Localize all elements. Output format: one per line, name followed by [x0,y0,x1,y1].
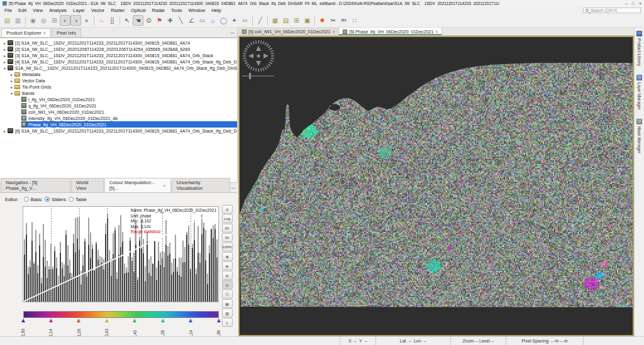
tree-row[interactable]: ▸[2] S1A_IW_SLC__1SDV_20201206T114228_20… [0,46,237,52]
tree-row[interactable]: ▸[4] S1A_IW_SLC__1SDV_20211201T114233_20… [0,58,237,65]
pin-placing-icon[interactable]: ⚑ [154,15,165,26]
magic-wand-icon[interactable]: ✦ [229,15,240,26]
menu-vector[interactable]: Vector [88,8,108,13]
pan-tool-icon[interactable]: ☚ [133,15,143,26]
dock-tab-layer-manager[interactable]: Layer Manager [636,75,642,110]
chevron-right-icon[interactable]: ▸ [2,60,8,64]
search-input[interactable]: Search (Ctrl+I) [583,8,641,13]
product-group-icon[interactable]: ▥ [13,15,23,26]
zoom-in-horizontal-button[interactable]: ⊕ [222,261,233,270]
chevron-right-icon[interactable]: ▸ [9,72,14,77]
open-product-icon[interactable]: ▤ [2,15,13,26]
tree-row[interactable]: VIntensity_ifg_VH_06Dec2020_01Dec2021_db [0,115,237,121]
tab-pixel-info[interactable]: Pixel Info [52,28,81,37]
tree-row[interactable]: ▸Vector Data [0,77,237,84]
radio-icon[interactable] [69,197,74,202]
cluster-analysis-icon[interactable]: ∷ [349,15,360,26]
tree-row[interactable]: VPhase_ifg_VH_06Dec2020_01Dec2021 [0,121,237,128]
ramp-slider-marker[interactable] [189,319,192,322]
maximize-window-button[interactable]: □ [632,1,635,6]
percent100-range-button[interactable]: 100% [222,243,233,251]
orbit-file-icon[interactable]: ◎ [38,15,49,26]
export-palette-button[interactable]: ⇩ [222,318,233,327]
mosaic-grid-icon[interactable]: ⊞ [49,15,60,26]
open-palette-button[interactable]: ▥ [222,309,233,317]
close-tab-icon[interactable]: × [43,31,46,35]
menu-layer[interactable]: Layer [70,8,88,13]
chevron-right-icon[interactable]: ▸ [9,85,14,89]
menu-view[interactable]: View [30,8,46,13]
editor-mode-sliders[interactable]: Sliders [45,197,66,202]
ramp-slider-marker[interactable] [77,319,80,322]
editor-mode-basic[interactable]: Basic [24,197,42,202]
menu-help[interactable]: Help [208,8,224,13]
gcp-manager-icon[interactable]: ◑ [70,15,81,26]
profile-line-icon[interactable]: ╱ [255,15,265,26]
chevron-down-icon[interactable]: ▾ [2,66,8,70]
chevron-right-icon[interactable]: ▸ [2,41,8,45]
import-palette-button[interactable]: ▤ [222,299,233,308]
sun-raster-icon[interactable]: ✸ [317,15,328,26]
menu-raster[interactable]: Raster [108,8,128,13]
scatter-plot-icon[interactable]: ✂ [328,15,338,26]
menu-edit[interactable]: Edit [15,8,30,13]
editor-mode-table[interactable]: Table [69,197,87,202]
gcp-placing-icon[interactable]: ✚ [165,15,175,26]
ramp-slider-marker[interactable] [133,319,136,322]
close-tab-icon[interactable]: × [163,183,165,188]
palette-info-button[interactable]: ⓘ [222,290,233,298]
polyline-tool-icon[interactable]: ∠ [186,15,197,26]
chevron-right-icon[interactable]: ▸ [2,129,8,133]
menu-optical[interactable]: Optical [128,8,148,13]
tile-horizontal-icon[interactable]: ▤ [280,15,291,26]
mask-tool-icon[interactable]: ● [81,15,92,26]
rectangle-tool-icon[interactable]: ▭ [197,15,208,26]
phase-image-canvas[interactable] [240,37,633,335]
line-tool-icon[interactable]: ╲ [175,15,186,26]
image-view[interactable] [238,36,634,336]
sigma2-range-button[interactable]: 2σ [222,224,233,233]
tree-row[interactable]: q_ifg_VH_06Dec2020_01Dec2021 [0,102,237,109]
close-tab-icon[interactable]: × [332,30,335,34]
reset-palette-button[interactable]: ↺ [222,205,233,214]
menu-analysis[interactable]: Analysis [46,8,70,13]
ellipse-tool-icon[interactable]: ◯ [218,15,229,26]
menu-window[interactable]: Window [186,8,209,13]
tree-row[interactable]: i_ifg_VH_06Dec2020_01Dec2021 [0,96,237,102]
radio-icon[interactable] [24,197,29,202]
document-tab[interactable]: [5] Phase_ifg_VH_06Dec2020_01Dec2021× [339,28,442,35]
menu-file[interactable]: File [1,8,15,13]
tile-grid-icon[interactable]: ⊞ [291,15,302,26]
menu-tools[interactable]: Tools [168,8,186,13]
chevron-down-icon[interactable]: ▾ [9,91,14,96]
tab-uncertainty-visualisation[interactable]: Uncertainty Visualisation [172,178,230,192]
tile-cascade-icon[interactable]: ▣ [302,15,313,26]
zoom-out-horizontal-button[interactable]: ⊖ [222,271,233,280]
tab-navigation-5-phase-ifg-v[interactable]: Navigation - [5] Phase_ifg_V... [1,178,70,192]
reprojection-icon[interactable]: ◉ [28,15,38,26]
dem-tool-icon[interactable]: ◐ [60,15,70,26]
tree-row[interactable]: ▸[1] S1A_IW_SLC__1SDV_20211201T114233_20… [0,40,237,46]
tile-single-icon[interactable]: ▦ [270,15,280,26]
tree-row[interactable]: ▾Bands [0,90,237,96]
polygon-tool-icon[interactable]: ⌂ [208,15,218,26]
batch-processing-icon[interactable]: ⣿ [107,15,118,26]
minimize-panel-button[interactable]: — [230,30,235,35]
zoom-tool-icon[interactable]: ⊙ [143,15,154,26]
close-window-button[interactable]: × [639,1,641,6]
range-finder-icon[interactable]: ∺ [240,15,250,26]
ramp-slider-marker[interactable] [161,319,165,322]
dock-tab-product-library[interactable]: Product Library [636,31,642,66]
colour-ramp[interactable] [23,311,219,318]
ramp-slider-marker[interactable] [21,319,25,322]
tab-colour-manipulation-5[interactable]: Colour Manipulation - [5]...× [104,178,171,192]
tree-row[interactable]: ▸[3] S1A_IW_SLC__1SDV_20211201T114233_20… [0,52,237,58]
graph-builder-icon[interactable]: ∴ [96,15,107,26]
log10-scaling-button[interactable]: Log [222,214,233,223]
ramp-slider-marker[interactable] [217,319,221,322]
radio-icon[interactable] [45,197,50,202]
menu-radar[interactable]: Radar [149,8,168,13]
minimize-panel-button[interactable]: — [231,185,235,190]
distribute-sliders-button[interactable]: ≣ [222,252,233,261]
tab-product-explorer[interactable]: Product Explorer× [1,28,51,37]
